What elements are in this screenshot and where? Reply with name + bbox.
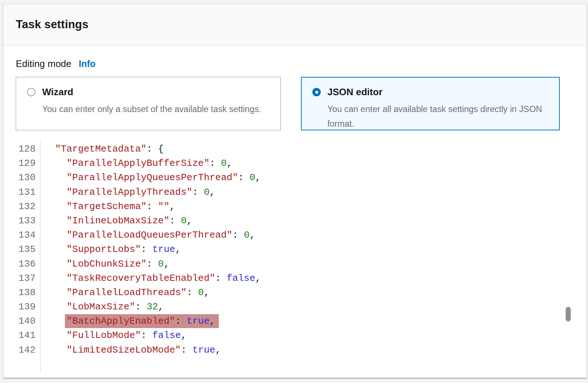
tile-wizard-label: Wizard xyxy=(42,86,73,98)
code-line[interactable]: "ParallelLoadThreads": 0, xyxy=(44,286,261,300)
code-editor[interactable]: 1281291301311321331341351361371381391401… xyxy=(16,142,574,373)
code-line[interactable]: "TaskRecoveryTableEnabled": false, xyxy=(44,271,261,286)
code-line[interactable]: "SupportLobs": true, xyxy=(44,242,261,257)
code-line[interactable]: "TargetMetadata": { xyxy=(44,142,261,156)
line-number: 134 xyxy=(16,228,36,242)
code-line[interactable]: "LimitedSizeLobMode": true, xyxy=(44,343,261,357)
line-number: 142 xyxy=(16,343,36,357)
tile-json-editor-description: You can enter all available task setting… xyxy=(327,102,548,131)
code-line[interactable]: "ParallelApplyThreads": 0, xyxy=(44,185,261,200)
line-number: 139 xyxy=(16,300,36,314)
line-number: 141 xyxy=(16,328,36,343)
radio-json-editor-selected[interactable] xyxy=(312,88,321,96)
tile-json-editor-label: JSON editor xyxy=(327,86,382,98)
scrollbar-thumb[interactable] xyxy=(566,307,571,321)
line-number: 131 xyxy=(16,185,36,200)
tile-json-editor-head: JSON editor xyxy=(312,86,548,98)
radio-wizard-unselected[interactable] xyxy=(27,88,36,96)
code-line[interactable]: "ParallelApplyBufferSize": 0, xyxy=(44,156,261,171)
code-line[interactable]: "TargetSchema": "", xyxy=(44,200,261,214)
line-number: 137 xyxy=(16,271,36,286)
code-column[interactable]: "TargetMetadata": { "ParallelApplyBuffer… xyxy=(41,142,261,373)
code-line[interactable]: "BatchApplyEnabled": true, xyxy=(44,314,261,328)
line-number: 136 xyxy=(16,257,36,271)
tile-json-editor[interactable]: JSON editor You can enter all available … xyxy=(301,77,560,130)
line-number: 130 xyxy=(16,171,36,185)
editing-mode-row: Editing mode Info xyxy=(16,58,574,70)
card-header: Task settings xyxy=(3,4,587,46)
page-title: Task settings xyxy=(16,18,88,31)
line-number: 128 xyxy=(16,142,36,156)
editing-mode-tiles: Wizard You can enter only a subset of th… xyxy=(16,77,574,130)
card-body: Editing mode Info Wizard You can enter o… xyxy=(3,46,587,373)
code-line[interactable]: "FullLobMode": false, xyxy=(44,328,261,343)
code-line[interactable]: "InlineLobMaxSize": 0, xyxy=(44,214,261,228)
line-number: 135 xyxy=(16,242,36,257)
editing-mode-label: Editing mode xyxy=(16,58,71,70)
tile-wizard-head: Wizard xyxy=(27,86,269,98)
gutter-column: 1281291301311321331341351361371381391401… xyxy=(16,142,41,373)
line-number: 132 xyxy=(16,200,36,214)
line-number: 133 xyxy=(16,214,36,228)
line-number: 140 xyxy=(16,314,36,328)
task-settings-card: Task settings Editing mode Info Wizard Y… xyxy=(3,4,587,378)
code-line[interactable]: "LobMaxSize": 32, xyxy=(44,300,261,314)
tile-wizard[interactable]: Wizard You can enter only a subset of th… xyxy=(16,77,281,130)
code-line[interactable]: "ParallelApplyQueuesPerThread": 0, xyxy=(44,171,261,185)
code-line[interactable]: "ParallelLoadQueuesPerThread": 0, xyxy=(44,228,261,242)
highlighted-code: "BatchApplyEnabled": true, xyxy=(65,314,219,328)
code-line[interactable]: "LobChunkSize": 0, xyxy=(44,257,261,271)
line-number: 129 xyxy=(16,156,36,171)
tile-wizard-description: You can enter only a subset of the avail… xyxy=(42,102,269,116)
line-number: 138 xyxy=(16,286,36,300)
info-link[interactable]: Info xyxy=(79,59,96,69)
